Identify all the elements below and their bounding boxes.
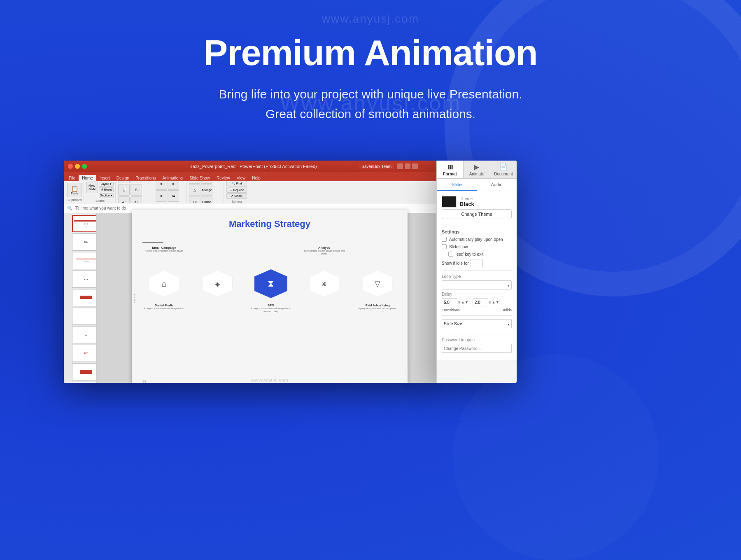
slide-thumb-12[interactable] (72, 289, 97, 306)
slide-thumb-11[interactable]: ● ● ● (72, 271, 97, 288)
slide-size-row: Slide Size... Standard (4:3) Widescreen … (442, 319, 512, 331)
window-action-icons (397, 163, 418, 169)
clipboard-label: Clipboard (68, 198, 82, 202)
hex2-icon: ◈ (215, 280, 220, 288)
tab-animate[interactable]: ▶ Animate (464, 161, 490, 178)
paragraph-group: ≡ ≡ ≡ ≔ Paragraph (154, 182, 186, 203)
slide-thumb-13[interactable]: — (72, 308, 97, 325)
autoplay-checkbox[interactable] (442, 237, 447, 242)
loop-type-select[interactable]: Normal Loop (442, 280, 512, 289)
document-icon: 📄 (499, 163, 508, 171)
reset-button[interactable]: ↺ Reset (99, 187, 114, 192)
slide-thumb-9[interactable]: Title (72, 233, 97, 251)
builds-label: Builds (501, 308, 512, 312)
slide-title-accent: Strategy (274, 219, 310, 229)
layout-button[interactable]: Layout ▾ (99, 182, 114, 187)
replace-button[interactable]: ↔ Replace (226, 187, 247, 193)
slide-thumb-16[interactable] (72, 363, 97, 380)
tab-view[interactable]: View (233, 175, 249, 181)
hex3-bottom-label: SEO (248, 303, 294, 307)
theme-row: Theme Black (442, 196, 512, 208)
formula-bar-text: Tell me what you want to do (75, 206, 126, 210)
tab-transitions[interactable]: Transitions (133, 175, 159, 181)
hex4-icon: ⋇ (322, 280, 327, 288)
shape-outline-button[interactable]: Outline (201, 196, 212, 203)
bold-button[interactable]: B (118, 181, 130, 183)
settings-icon[interactable] (397, 163, 403, 169)
tab-home[interactable]: Home (79, 175, 96, 181)
slides-group: NewSlide Layout ▾ ↺ Reset Section ▾ Slid… (85, 182, 116, 203)
window-controls[interactable] (68, 164, 87, 169)
password-input[interactable] (442, 344, 512, 353)
slide-canvas: voodoo Marketing Strategy Email Campaign… (132, 210, 408, 383)
underline-button[interactable]: U (118, 184, 130, 196)
idle-input[interactable] (471, 259, 483, 267)
align-left-button[interactable]: ≡ (156, 181, 167, 190)
italic-button[interactable]: I (130, 181, 142, 183)
hex1-icon: ⌂ (162, 279, 167, 289)
tab-help[interactable]: Help (249, 175, 264, 181)
tab-insert[interactable]: Insert (96, 175, 113, 181)
maximize-button[interactable] (82, 164, 87, 169)
subtitle-line2: Great collection of smooth animations. (266, 107, 475, 121)
esc-key-checkbox[interactable] (448, 252, 453, 257)
tab-file[interactable]: File (65, 175, 79, 181)
hexagon-5: ▽ (363, 271, 392, 296)
ppt-main: 8 ■ ■ ■ — 9 Title 10 (64, 213, 443, 383)
shape3-button[interactable]: △ (189, 184, 200, 196)
close-button[interactable] (68, 164, 73, 169)
theme-info: Theme Black (460, 196, 512, 207)
strikethrough-button[interactable]: S (130, 184, 142, 196)
transitions-input[interactable] (442, 298, 457, 306)
align-right-button[interactable]: ≡ (156, 190, 167, 202)
tab-review[interactable]: Review (213, 175, 233, 181)
tab-animations[interactable]: Animations (159, 175, 186, 181)
subtab-audio[interactable]: Audio (477, 179, 517, 191)
slide-thumb-17[interactable]: ◆ ◆ ◆ (72, 382, 97, 383)
slide-title-normal: Marketing (229, 219, 274, 229)
tab-format[interactable]: ⊞ Format (437, 161, 464, 178)
divider-2 (442, 271, 512, 271)
minimize-button[interactable] (75, 164, 80, 169)
format-label: Format (443, 172, 457, 176)
subtab-audio-label: Audio (491, 182, 502, 187)
align-center-button[interactable]: ≡ (168, 181, 179, 190)
slide-thumb-10[interactable]: content (72, 252, 97, 269)
subtab-slide[interactable]: Slide (437, 179, 477, 191)
font-size-button[interactable]: A↑ (118, 196, 130, 203)
slides-label: Slides (96, 199, 105, 203)
paste-button[interactable]: 📋 Paste (67, 183, 82, 197)
share-icon[interactable] (405, 163, 410, 169)
subtab-slide-label: Slide (452, 182, 461, 187)
autoplay-label: Automatically play upon open (449, 237, 503, 242)
slide-thumb-14[interactable]: ■ ■ (72, 326, 97, 343)
builds-input[interactable] (473, 298, 488, 306)
settings-section-header: Settings (442, 229, 512, 234)
arrange-button[interactable]: Arrange (201, 184, 212, 196)
title-bar-right: SavenBox Team (359, 163, 418, 169)
shape2-button[interactable]: ○ (201, 181, 212, 184)
slide-panel: 8 ■ ■ ■ — 9 Title 10 (64, 213, 97, 383)
tab-slideshow[interactable]: Slide Show (186, 175, 213, 181)
select-button[interactable]: ↗ Select (226, 193, 247, 199)
builds-time-field: s ▲▼ (473, 298, 499, 306)
change-theme-button[interactable]: Change Theme (442, 209, 512, 219)
slide-thumb-15[interactable]: RED (72, 345, 97, 362)
close-icon[interactable] (412, 163, 418, 169)
tab-design[interactable]: Design (113, 175, 133, 181)
slideshow-label: Slideshow (449, 245, 468, 249)
shape1-button[interactable]: ▭ (189, 181, 200, 184)
slideshow-checkbox[interactable] (442, 244, 447, 249)
shape-fill-button[interactable]: Fill (189, 196, 200, 203)
bullet-button[interactable]: ≔ (168, 190, 179, 202)
tab-document[interactable]: 📄 Document (490, 161, 517, 178)
watermark-top: www.anyusj.com (322, 12, 419, 26)
slide-thumb-8[interactable]: ■ ■ ■ — (72, 215, 97, 232)
drawing-group: ▭ ○ △ Arrange Fill Outline Drawing (187, 182, 224, 203)
hexagon-2: ◈ (203, 271, 232, 296)
font-size-down-button[interactable]: A↓ (130, 196, 142, 203)
find-button[interactable]: 🔍 Find (226, 181, 247, 187)
section-button[interactable]: Section ▾ (99, 193, 114, 198)
new-slide-button[interactable]: NewSlide (86, 182, 98, 193)
slide-size-select[interactable]: Slide Size... Standard (4:3) Widescreen … (442, 319, 512, 328)
